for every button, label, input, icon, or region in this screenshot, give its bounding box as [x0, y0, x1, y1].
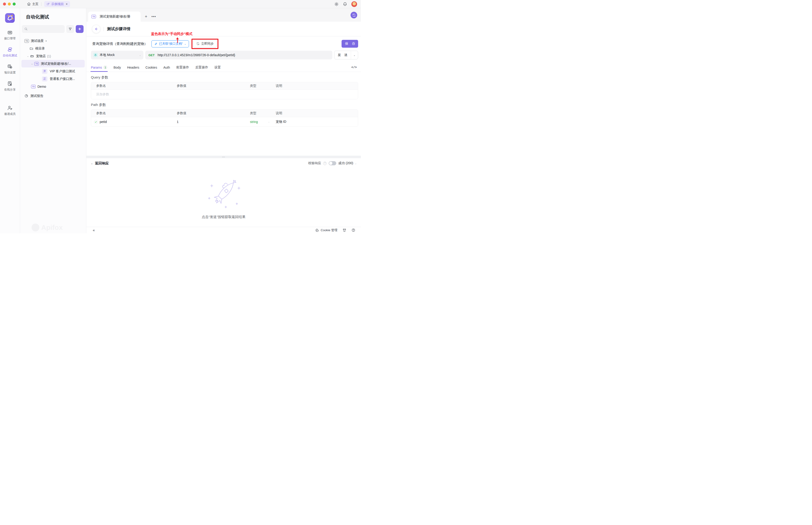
user-avatar[interactable] — [351, 1, 357, 7]
project-tab-label: 示例项目 — [51, 2, 64, 6]
step-name: 查询宠物详情（查询刚刚建的宠物） — [92, 42, 148, 46]
environment-label: 本地 Mock — [99, 53, 114, 57]
step-detail-pane: 测试步骤详情 蓝色表示为“手动同步”模式 查询宠物详情（查询刚刚建的宠物） 已关… — [86, 21, 361, 227]
global-sync-button[interactable] — [351, 12, 357, 18]
help-circle-icon[interactable] — [351, 228, 355, 232]
toggle-knob — [329, 162, 332, 165]
help-circle-icon[interactable]: ? — [323, 162, 326, 165]
report-pie-icon — [25, 94, 28, 98]
test-scenario-icon: TS — [34, 62, 39, 65]
param-description[interactable]: 宠物 ID — [273, 120, 358, 124]
tree-item-test-scenarios[interactable]: TS 测试场景 ▾ — [21, 37, 85, 45]
sidebar-item-label: 接口管理 — [4, 36, 16, 41]
code-view-icon[interactable]: </> — [351, 65, 357, 69]
tree-item-label: VIP 客户接口测试 — [50, 69, 75, 73]
tree-item-vip-client-test[interactable]: 开 VIP 客户接口测试 — [21, 68, 85, 75]
pane-resize-handle[interactable]: ⋯ — [86, 156, 361, 158]
annotation-text: 蓝色表示为“手动同步”模式 — [151, 32, 193, 36]
tree-item-normal-client-test[interactable]: 正 普通客户接口测... — [21, 75, 85, 82]
caret-down-icon[interactable]: ▾ — [46, 40, 47, 42]
validate-response-toggle[interactable] — [329, 161, 336, 165]
home-button[interactable]: 主页 — [27, 2, 39, 6]
query-params-table: 参数名 参数值 类型 说明 添加参数 — [91, 82, 358, 99]
response-status-select[interactable]: 成功 (200) ⌄ — [338, 161, 357, 165]
tab-more-menu-icon[interactable]: ••• — [151, 12, 156, 21]
minimize-window-icon[interactable] — [8, 2, 11, 5]
filter-button[interactable] — [66, 25, 74, 33]
maximize-window-icon[interactable] — [13, 2, 16, 5]
back-arrow-icon — [94, 27, 98, 31]
add-param-placeholder[interactable]: 添加参数 — [91, 92, 172, 96]
document-tab-strip: TS 测试宠物新建/修改/册 + ••• — [86, 8, 361, 21]
settings-gear-icon[interactable] — [334, 2, 339, 6]
theme-tshirt-icon[interactable] — [342, 228, 347, 232]
sidebar-item-online-share[interactable]: 在线分享 — [0, 81, 20, 92]
sync-now-button[interactable]: 立即同步 — [193, 40, 217, 47]
chevron-down-icon[interactable]: ⌄ — [31, 62, 33, 65]
cookie-manager-button[interactable]: Cookie 管理 — [315, 228, 337, 232]
tree-item-pet-store[interactable]: ⌄ 宠物店 (1) — [21, 52, 85, 60]
collapse-sidebar-icon[interactable]: « — [93, 228, 95, 232]
project-tab[interactable]: 示例项目 × — [44, 1, 70, 7]
status-bar: « Cookie 管理 — [86, 227, 361, 233]
tab-params[interactable]: Params 1 — [91, 63, 107, 72]
chevron-down-icon: ⌄ — [268, 121, 270, 123]
collapse-response-icon[interactable]: ⌄ — [91, 162, 93, 165]
column-header: 类型 — [250, 84, 273, 88]
send-button[interactable]: 发 送 ⌄ — [334, 51, 358, 59]
tab-settings[interactable]: 设置 — [214, 63, 221, 72]
sidebar-item-invite-members[interactable]: 邀请成员 — [0, 105, 20, 116]
save-button[interactable]: 保 存 — [341, 40, 358, 48]
sync-icon — [352, 13, 356, 17]
search-input[interactable] — [22, 25, 65, 33]
param-enabled-check-icon[interactable] — [94, 120, 98, 124]
tab-body[interactable]: Body — [113, 63, 121, 72]
back-button[interactable] — [92, 25, 100, 33]
tree-item-test-pet-crud[interactable]: ⌄ TS 测试宠物新建/修改/... — [21, 60, 85, 68]
new-scenario-button[interactable]: + — [76, 25, 83, 33]
request-url-input[interactable]: GET http://127.0.0.1:4523/m1/2689726-0-d… — [145, 51, 332, 59]
tab-label: Cookies — [145, 65, 157, 69]
tab-auth[interactable]: Auth — [164, 63, 170, 72]
tree-item-label: 宠物店 — [36, 54, 46, 58]
sidebar-item-automated-testing[interactable]: 自动化测试 — [0, 47, 20, 58]
sidebar-item-project-settings[interactable]: 项目设置 — [0, 64, 20, 75]
send-options-caret-icon[interactable]: ⌄ — [351, 51, 358, 59]
tab-headers[interactable]: Headers — [127, 63, 139, 72]
link-icon — [154, 42, 158, 46]
project-tab-close-icon[interactable]: × — [66, 2, 68, 6]
chevron-down-icon[interactable]: ⌄ — [27, 55, 29, 57]
validate-response-label: 校验响应 — [308, 161, 321, 165]
tree-item-label: Demo — [37, 85, 46, 88]
tree-item-test-reports[interactable]: 测试报告 — [21, 92, 85, 100]
automated-testing-icon — [7, 47, 13, 52]
test-scenario-panel: 自动化测试 + TS 测试场景 ▾ 根目录 ⌄ 宠物店 (1) ⌄ — [20, 8, 86, 233]
add-param-row[interactable]: 添加参数 — [91, 90, 358, 99]
response-empty-state: 点击“发送”按钮获取返回结果 — [86, 168, 361, 227]
tab-cookies[interactable]: Cookies — [145, 63, 157, 72]
notifications-bell-icon[interactable] — [343, 2, 347, 6]
environment-select[interactable]: 本 本地 Mock ⌄ — [91, 51, 143, 59]
tab-post-operations[interactable]: 后置操作 — [195, 63, 208, 72]
apifox-watermark-text: Apifox — [41, 224, 63, 231]
sidebar-item-api-management[interactable]: 接口管理 — [0, 30, 20, 41]
tree-item-label: 根目录 — [35, 46, 45, 51]
annotation-arrow-icon — [176, 37, 179, 43]
param-name[interactable]: petId — [99, 120, 107, 124]
tab-pre-operations[interactable]: 前置操作 — [176, 63, 189, 72]
param-type-select[interactable]: string ⌄ — [250, 120, 273, 124]
close-window-icon[interactable] — [3, 2, 6, 5]
linked-api-doc-button[interactable]: 已关联“接口文档” ⌄ — [151, 40, 189, 47]
active-document-tab[interactable]: TS 测试宠物新建/修改/册 — [88, 12, 141, 21]
tab-label: Auth — [164, 65, 170, 69]
tab-label: Params — [91, 65, 102, 69]
response-status-label: 成功 (200) — [338, 161, 353, 165]
response-title: 返回响应 — [95, 161, 109, 166]
param-value[interactable]: 1 — [172, 120, 250, 124]
new-tab-button[interactable]: + — [145, 12, 147, 21]
tree-item-root-folder[interactable]: 根目录 — [21, 45, 85, 52]
path-params-title: Path 参数 — [91, 103, 358, 107]
tree-item-label: 测试报告 — [30, 94, 43, 98]
tree-item-demo[interactable]: TS Demo — [21, 82, 85, 90]
sync-icon — [196, 42, 200, 45]
